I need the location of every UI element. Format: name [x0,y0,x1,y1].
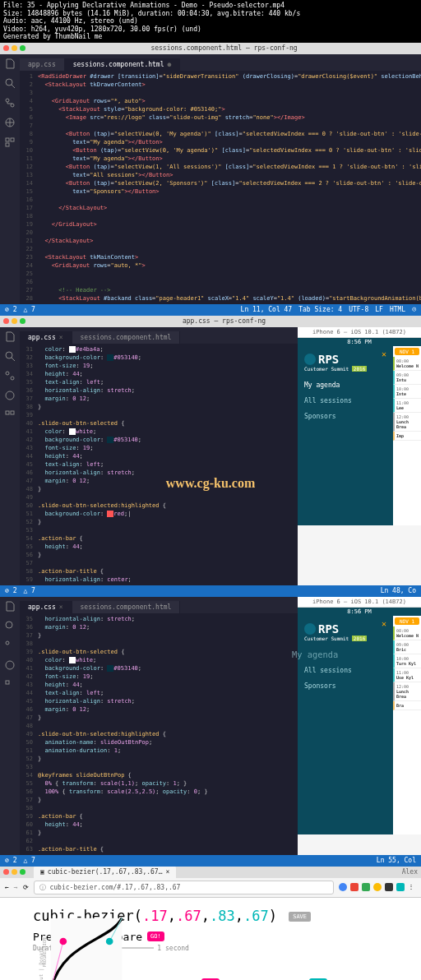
git-icon[interactable] [4,370,16,381]
svg-rect-5 [11,138,14,141]
code-line: 48 [20,722,298,730]
nav-all-sessions[interactable]: All sessions [304,397,386,404]
forward-icon[interactable]: → [14,884,18,891]
session-item[interactable]: 09:00Intu [393,371,421,385]
code-line: 57 [20,559,298,567]
video-metadata: File: 35 - Applying Declarative Animatio… [0,0,421,43]
extensions-icon[interactable] [4,409,16,421]
debug-icon[interactable] [4,390,16,401]
extensions-icon[interactable] [4,136,16,148]
nav-my-agenda[interactable]: My agenda [304,381,386,389]
close-icon[interactable]: × [166,868,170,876]
session-item[interactable]: 12:00Lunch Brea [393,682,421,701]
activity-bar[interactable] [0,597,20,855]
tab-sessions-html[interactable]: sessions.component.html [72,331,181,344]
code-line: 49 [20,493,298,502]
svg-rect-6 [6,143,9,146]
tab-sessions-html[interactable]: sessions.component.html [72,601,181,613]
extensions-icon[interactable] [4,679,16,691]
session-item[interactable]: 11:00Use Kyl [393,668,421,682]
meta-file: File: 35 - Applying Declarative Animatio… [3,2,418,10]
code-line: 58 [20,804,298,812]
back-icon[interactable]: ← [5,884,9,891]
activity-bar[interactable] [0,54,20,304]
code-line: 24 <GridLayout rows="auto, *"> [20,261,421,270]
tab-app-css[interactable]: app.css [20,58,65,71]
code-line: 53 [20,763,298,771]
code-line: 31 color: #e4ba4a; [20,345,298,354]
code-line: 51 animation-duration: 1; [20,747,298,755]
code-line: 49.slide-out-btn-selected:highlighted { [20,730,298,738]
bezier-curve-editor[interactable]: PROGRESSION TIME [33,909,140,980]
code-line: 54.action-bar { [20,534,298,543]
code-editor[interactable]: 1<RadSideDrawer #drawer [transition]="si… [20,71,421,304]
menu-icon[interactable]: ⋮ [408,883,416,891]
simulator-statusbar: 8:56 PM [298,338,421,346]
code-editor[interactable]: 31 color: #e4ba4a;32 background-color: #… [20,344,298,585]
git-icon[interactable] [4,97,16,109]
close-icon[interactable]: × [59,603,63,611]
extension-icons[interactable]: ⋮ [339,883,416,891]
code-editor[interactable]: 35 horizontal-align: stretch;36 margin: … [20,613,298,855]
editor-tabs: app.css sessions.component.html ● [20,54,421,71]
nav-sponsors[interactable]: Sponsors [304,682,386,690]
session-item[interactable]: 12:00Lunch Brea [393,413,421,432]
code-line: 15 text="Sponsors"></Button> [20,187,421,196]
svg-point-8 [6,372,9,375]
search-icon[interactable] [4,77,16,89]
tab-app-css[interactable]: app.css × [20,331,72,344]
svg-rect-12 [11,411,14,414]
save-button[interactable]: SAVE [289,912,311,922]
nav-all-sessions[interactable]: All sessions [304,667,386,674]
debug-icon[interactable] [4,117,16,128]
session-item[interactable]: Imp [393,432,421,441]
tab-app-css[interactable]: app.css × [20,601,72,613]
session-item[interactable]: 11:00Lee [393,399,421,413]
search-icon[interactable] [4,350,16,362]
session-item[interactable]: 08:00Welcome N [393,626,421,640]
files-icon[interactable] [4,58,16,69]
code-line: 37 margin: 0 12; [20,395,298,403]
close-icon[interactable]: ✕ [382,619,386,628]
git-icon[interactable] [4,640,16,651]
code-line: 12 <Button (tap)="selectView(1, 'All ses… [20,163,421,171]
tab-sessions-html[interactable]: sessions.component.html ● [65,58,181,71]
activity-bar[interactable] [0,327,20,585]
code-line: 52} [20,518,298,526]
browser-tab[interactable]: ▣cubic-bezier(.17,.67,.83,.67…× [34,866,176,878]
url-field[interactable]: ⓘ cubic-bezier.com/#.17,.67,.83,.67 [34,881,334,894]
simulator-header: iPhone 6 – iOS 10.1 (14B72) [298,597,421,608]
code-line: 33 font-size: 19; [20,362,298,370]
reload-icon[interactable]: ⟳ [23,884,29,891]
go-button[interactable]: GO! [147,931,164,941]
search-icon[interactable] [4,620,16,631]
code-line: 50 animation-name: slideOutBtnPop; [20,738,298,747]
meta-video: Video: h264, yuv420p, 1280x720, 30.00 fp… [3,25,418,34]
session-item[interactable]: 10:00Inte [393,385,421,399]
svg-point-13 [6,622,12,628]
nav-my-agenda[interactable]: My agenda [292,650,399,660]
status-bar-3: ⊘ 2△ 7 Ln 55, Col [0,855,421,867]
close-icon[interactable]: × [59,334,63,341]
code-line: 54@keyframes slideOutBtnPop { [20,771,298,779]
close-icon[interactable]: ✕ [382,349,386,358]
debug-icon[interactable] [4,659,16,671]
code-line: 59.action-bar { [20,812,298,821]
files-icon[interactable] [4,600,16,612]
code-line: 41 color: white; [20,428,298,436]
code-line: 56 100% { transform: scale(2.5,2.5); opa… [20,788,298,796]
nav-sponsors[interactable]: Sponsors [304,413,386,420]
session-item[interactable]: 08:00Welcome N [393,357,421,371]
files-icon[interactable] [4,331,16,342]
code-line: 42 font-size: 19; [20,673,298,681]
session-item[interactable]: Bra [393,701,421,710]
y-axis-label: PROGRESSION [42,938,47,968]
svg-point-0 [6,79,12,86]
code-line: 26 [20,278,421,286]
url-toolbar: ← → ⟳ ⓘ cubic-bezier.com/#.17,.67,.83,.6… [0,878,421,898]
svg-point-9 [11,377,14,380]
code-line: 27 <!-- Header --> [20,286,421,294]
editor-tabs: app.css × sessions.component.html [20,597,298,613]
page-content: Made by Lea Verou with care | About | Do… [0,898,421,980]
close-icon[interactable]: ● [168,61,172,68]
